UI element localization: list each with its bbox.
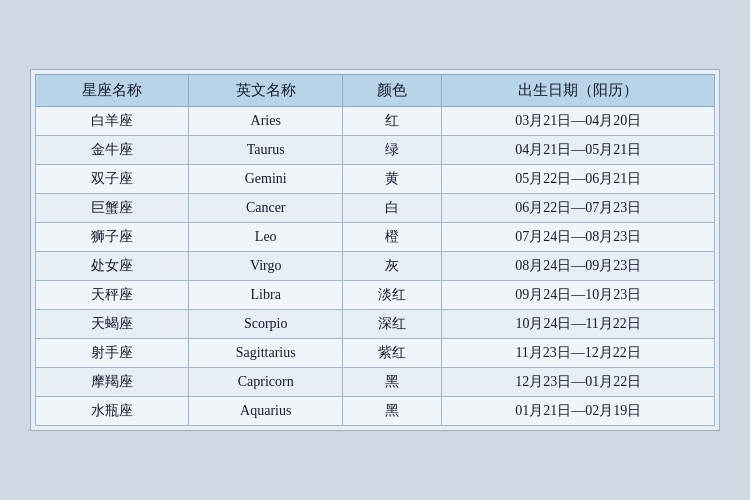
table-row: 射手座Sagittarius紫红11月23日—12月22日 [36, 339, 715, 368]
cell-dates: 08月24日—09月23日 [442, 252, 715, 281]
cell-chinese-name: 狮子座 [36, 223, 189, 252]
cell-color: 深红 [342, 310, 441, 339]
cell-color: 橙 [342, 223, 441, 252]
cell-dates: 09月24日—10月23日 [442, 281, 715, 310]
header-color: 颜色 [342, 75, 441, 107]
cell-english-name: Cancer [189, 194, 342, 223]
cell-english-name: Aquarius [189, 397, 342, 426]
cell-color: 黑 [342, 368, 441, 397]
cell-color: 淡红 [342, 281, 441, 310]
cell-color: 白 [342, 194, 441, 223]
cell-chinese-name: 水瓶座 [36, 397, 189, 426]
cell-english-name: Capricorn [189, 368, 342, 397]
cell-english-name: Virgo [189, 252, 342, 281]
table-row: 白羊座Aries红03月21日—04月20日 [36, 107, 715, 136]
cell-dates: 04月21日—05月21日 [442, 136, 715, 165]
table-row: 金牛座Taurus绿04月21日—05月21日 [36, 136, 715, 165]
cell-chinese-name: 双子座 [36, 165, 189, 194]
cell-english-name: Scorpio [189, 310, 342, 339]
table-row: 处女座Virgo灰08月24日—09月23日 [36, 252, 715, 281]
cell-english-name: Leo [189, 223, 342, 252]
cell-english-name: Aries [189, 107, 342, 136]
cell-dates: 11月23日—12月22日 [442, 339, 715, 368]
cell-chinese-name: 白羊座 [36, 107, 189, 136]
cell-dates: 03月21日—04月20日 [442, 107, 715, 136]
cell-dates: 12月23日—01月22日 [442, 368, 715, 397]
cell-english-name: Sagittarius [189, 339, 342, 368]
table-row: 双子座Gemini黄05月22日—06月21日 [36, 165, 715, 194]
table-row: 摩羯座Capricorn黑12月23日—01月22日 [36, 368, 715, 397]
table-body: 白羊座Aries红03月21日—04月20日金牛座Taurus绿04月21日—0… [36, 107, 715, 426]
cell-english-name: Taurus [189, 136, 342, 165]
table-row: 狮子座Leo橙07月24日—08月23日 [36, 223, 715, 252]
cell-chinese-name: 巨蟹座 [36, 194, 189, 223]
cell-dates: 07月24日—08月23日 [442, 223, 715, 252]
cell-dates: 05月22日—06月21日 [442, 165, 715, 194]
cell-chinese-name: 天蝎座 [36, 310, 189, 339]
table-row: 水瓶座Aquarius黑01月21日—02月19日 [36, 397, 715, 426]
cell-dates: 10月24日—11月22日 [442, 310, 715, 339]
zodiac-table-container: 星座名称 英文名称 颜色 出生日期（阳历） 白羊座Aries红03月21日—04… [30, 69, 720, 431]
cell-chinese-name: 金牛座 [36, 136, 189, 165]
cell-english-name: Gemini [189, 165, 342, 194]
header-chinese-name: 星座名称 [36, 75, 189, 107]
cell-dates: 06月22日—07月23日 [442, 194, 715, 223]
cell-chinese-name: 摩羯座 [36, 368, 189, 397]
cell-chinese-name: 处女座 [36, 252, 189, 281]
cell-color: 灰 [342, 252, 441, 281]
cell-color: 绿 [342, 136, 441, 165]
header-dates: 出生日期（阳历） [442, 75, 715, 107]
table-row: 巨蟹座Cancer白06月22日—07月23日 [36, 194, 715, 223]
table-header-row: 星座名称 英文名称 颜色 出生日期（阳历） [36, 75, 715, 107]
cell-chinese-name: 天秤座 [36, 281, 189, 310]
table-row: 天秤座Libra淡红09月24日—10月23日 [36, 281, 715, 310]
cell-color: 黄 [342, 165, 441, 194]
cell-color: 紫红 [342, 339, 441, 368]
zodiac-table: 星座名称 英文名称 颜色 出生日期（阳历） 白羊座Aries红03月21日—04… [35, 74, 715, 426]
table-row: 天蝎座Scorpio深红10月24日—11月22日 [36, 310, 715, 339]
cell-color: 红 [342, 107, 441, 136]
cell-chinese-name: 射手座 [36, 339, 189, 368]
cell-english-name: Libra [189, 281, 342, 310]
cell-dates: 01月21日—02月19日 [442, 397, 715, 426]
cell-color: 黑 [342, 397, 441, 426]
header-english-name: 英文名称 [189, 75, 342, 107]
